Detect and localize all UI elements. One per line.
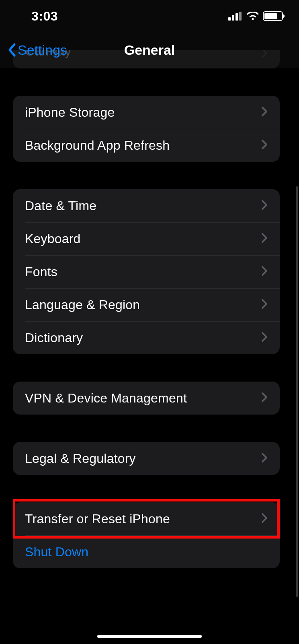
settings-group: Legal & Regulatory bbox=[13, 442, 280, 475]
status-bar: 3:03 bbox=[0, 0, 299, 32]
row-label: Dictionary bbox=[25, 330, 261, 345]
row-label: iPhone Storage bbox=[25, 105, 261, 120]
row-label: Fonts bbox=[25, 264, 261, 279]
chevron-right-icon bbox=[261, 392, 268, 404]
settings-general-screen: 3:03 Settings General CarPlay bbox=[0, 0, 299, 644]
settings-row-fonts[interactable]: Fonts bbox=[13, 255, 280, 288]
settings-row-shut-down[interactable]: Shut Down bbox=[13, 535, 280, 568]
settings-row-transfer-reset[interactable]: Transfer or Reset iPhone bbox=[13, 502, 280, 535]
row-label: Date & Time bbox=[25, 198, 261, 213]
chevron-right-icon bbox=[261, 332, 268, 344]
row-label: Shut Down bbox=[25, 545, 268, 559]
chevron-right-icon bbox=[261, 299, 268, 311]
status-icons bbox=[228, 11, 283, 21]
chevron-right-icon bbox=[261, 106, 268, 118]
row-label: Transfer or Reset iPhone bbox=[25, 512, 261, 526]
page-title: General bbox=[124, 42, 175, 58]
row-label: Language & Region bbox=[25, 297, 261, 312]
row-label: VPN & Device Management bbox=[25, 391, 261, 406]
settings-row-dictionary[interactable]: Dictionary bbox=[13, 321, 280, 354]
back-label: Settings bbox=[18, 42, 67, 58]
home-indicator[interactable] bbox=[97, 635, 202, 638]
chevron-left-icon bbox=[7, 43, 16, 57]
settings-row-vpn-device-management[interactable]: VPN & Device Management bbox=[13, 382, 280, 415]
nav-bar: Settings General bbox=[0, 32, 299, 68]
scroll-bar[interactable] bbox=[296, 186, 298, 597]
settings-row-background-app-refresh[interactable]: Background App Refresh bbox=[13, 129, 280, 162]
settings-group: iPhone Storage Background App Refresh bbox=[13, 96, 280, 162]
settings-row-iphone-storage[interactable]: iPhone Storage bbox=[13, 96, 280, 129]
chevron-right-icon bbox=[261, 139, 268, 151]
settings-row-legal-regulatory[interactable]: Legal & Regulatory bbox=[13, 442, 280, 475]
settings-row-keyboard[interactable]: Keyboard bbox=[13, 222, 280, 255]
battery-icon bbox=[263, 11, 283, 21]
settings-group: VPN & Device Management bbox=[13, 382, 280, 415]
chevron-right-icon bbox=[261, 452, 268, 464]
wifi-icon bbox=[247, 12, 259, 21]
settings-group: Transfer or Reset iPhone Shut Down bbox=[13, 502, 280, 568]
row-label: Background App Refresh bbox=[25, 138, 261, 153]
chevron-right-icon bbox=[261, 233, 268, 245]
chevron-right-icon bbox=[261, 266, 268, 278]
row-label: Keyboard bbox=[25, 231, 261, 246]
settings-row-language-region[interactable]: Language & Region bbox=[13, 288, 280, 321]
back-button[interactable]: Settings bbox=[7, 32, 67, 68]
settings-list[interactable]: CarPlay iPhone Storage Background App Re… bbox=[0, 0, 293, 644]
settings-group: Date & Time Keyboard Fonts Language & Re… bbox=[13, 189, 280, 354]
settings-row-date-time[interactable]: Date & Time bbox=[13, 189, 280, 222]
status-time: 3:03 bbox=[31, 9, 58, 24]
chevron-right-icon bbox=[261, 200, 268, 212]
row-label: Legal & Regulatory bbox=[25, 451, 261, 466]
chevron-right-icon bbox=[261, 513, 268, 525]
scroll-track bbox=[293, 0, 299, 644]
cellular-signal-icon bbox=[228, 12, 243, 21]
